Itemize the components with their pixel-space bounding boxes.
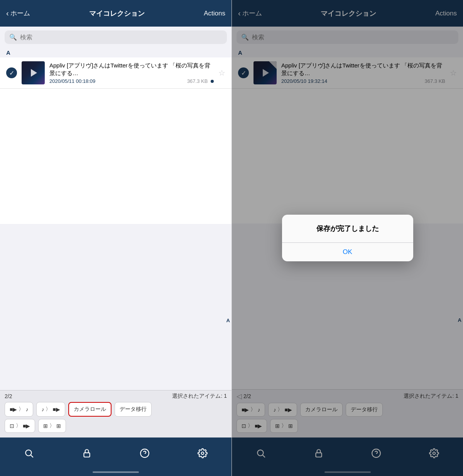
- dialog-overlay: 保存が完了しました OK: [232, 0, 463, 476]
- left-video3-icon: ■▶: [23, 423, 30, 429]
- left-help-nav-icon: [140, 448, 150, 458]
- left-back-label: ホーム: [10, 9, 30, 18]
- left-video2-icon: ■▶: [52, 406, 60, 412]
- left-item-meta: 2020/05/11 00:18:09 367.3 KB: [49, 78, 214, 84]
- dialog-ok-button[interactable]: OK: [282, 243, 413, 261]
- left-home-indicator: [0, 468, 231, 476]
- left-title: マイコレクション: [30, 9, 204, 18]
- left-search-icon: 🔍: [9, 34, 17, 41]
- right-panel: ‹ ホーム マイコレクション Actions 🔍 A ✓ Appliv [アプリ…: [231, 0, 463, 476]
- left-thumb-inner: [22, 61, 45, 84]
- left-audio2-icon: ♪: [41, 406, 44, 412]
- svg-rect-2: [84, 452, 90, 457]
- left-btn-camera-roll[interactable]: カメラロール: [68, 402, 112, 417]
- left-nav-search[interactable]: [24, 448, 34, 458]
- left-panel: ‹ ホーム マイコレクション Actions 🔍 A ✓ Appliv [アプリ…: [0, 0, 231, 476]
- left-play-icon: [31, 69, 37, 77]
- left-bottom-nav: [0, 437, 231, 468]
- left-search-input[interactable]: [20, 34, 222, 41]
- left-actions-button[interactable]: Actions: [204, 10, 225, 17]
- left-btn-grid-convert[interactable]: ⊞ 〉 ⊞: [38, 419, 66, 433]
- left-chevron-icon: ‹: [6, 9, 9, 18]
- left-nav-settings[interactable]: [198, 448, 208, 458]
- left-item-date: 2020/05/11 00:18:09: [49, 78, 95, 84]
- left-item-size: 367.3 KB: [187, 78, 214, 84]
- dialog-title: 保存が完了しました: [290, 224, 406, 233]
- left-lock-nav-icon: [82, 448, 92, 458]
- left-item-check[interactable]: ✓: [6, 67, 17, 78]
- left-home-bar: [93, 471, 139, 473]
- left-folder-icon: ⊡: [10, 423, 14, 429]
- left-grid2-icon: ⊞: [56, 423, 61, 429]
- left-btn-folder-to-video[interactable]: ⊡ 〉 ■▶: [5, 419, 35, 433]
- left-toolbar-row2: ⊡ 〉 ■▶ ⊞ 〉 ⊞: [5, 419, 227, 433]
- left-audio-icon: ♪: [25, 406, 28, 412]
- left-toolbar-info: 2/2 選択されたアイテム: 1: [5, 393, 227, 400]
- save-dialog: 保存が完了しました OK: [282, 215, 413, 261]
- left-back-button[interactable]: ‹ ホーム: [6, 9, 30, 18]
- left-section-a: A: [0, 48, 231, 57]
- left-page-info: 2/2: [5, 393, 12, 399]
- svg-point-0: [25, 450, 31, 456]
- svg-point-5: [201, 452, 204, 454]
- left-header: ‹ ホーム マイコレクション Actions: [0, 0, 231, 27]
- left-search-bar: 🔍: [5, 30, 227, 44]
- left-list-area: ✓ Appliv [アプリヴ]さんはTwitterを使っています 「桜の写真を背…: [0, 57, 231, 224]
- left-item-info: Appliv [アプリヴ]さんはTwitterを使っています 「桜の写真を背景に…: [49, 62, 214, 84]
- left-selection-info: 選択されたアイテム: 1: [172, 393, 227, 400]
- left-toolbar-row1: ■▶ 〉 ♪ ♪ 〉 ■▶ カメラロール データ移行: [5, 402, 227, 417]
- left-btn-data-transfer[interactable]: データ移行: [115, 402, 152, 417]
- left-item-thumbnail: [22, 61, 45, 84]
- left-video-icon: ■▶: [10, 406, 17, 412]
- left-search-nav-icon: [24, 448, 34, 458]
- left-grid1-icon: ⊞: [43, 423, 48, 429]
- left-item-title: Appliv [アプリヴ]さんはTwitterを使っています 「桜の写真を背景に…: [49, 62, 214, 77]
- left-list-item[interactable]: ✓ Appliv [アプリヴ]さんはTwitterを使っています 「桜の写真を背…: [0, 57, 231, 89]
- left-btn-audio-to-video[interactable]: ♪ 〉 ■▶: [36, 402, 65, 417]
- left-index-a: A: [226, 318, 230, 323]
- dialog-body: 保存が完了しました: [282, 215, 413, 242]
- left-nav-help[interactable]: [140, 448, 150, 458]
- left-item-star[interactable]: ☆: [218, 68, 225, 77]
- left-btn-video-to-audio[interactable]: ■▶ 〉 ♪: [5, 402, 33, 417]
- left-nav-lock[interactable]: [82, 448, 92, 458]
- left-bottom-toolbar: 2/2 選択されたアイテム: 1 ■▶ 〉 ♪ ♪ 〉 ■▶ カメラロール デー…: [0, 390, 231, 437]
- left-item-dot: [211, 80, 214, 83]
- left-settings-nav-icon: [198, 448, 208, 458]
- svg-line-1: [31, 455, 33, 457]
